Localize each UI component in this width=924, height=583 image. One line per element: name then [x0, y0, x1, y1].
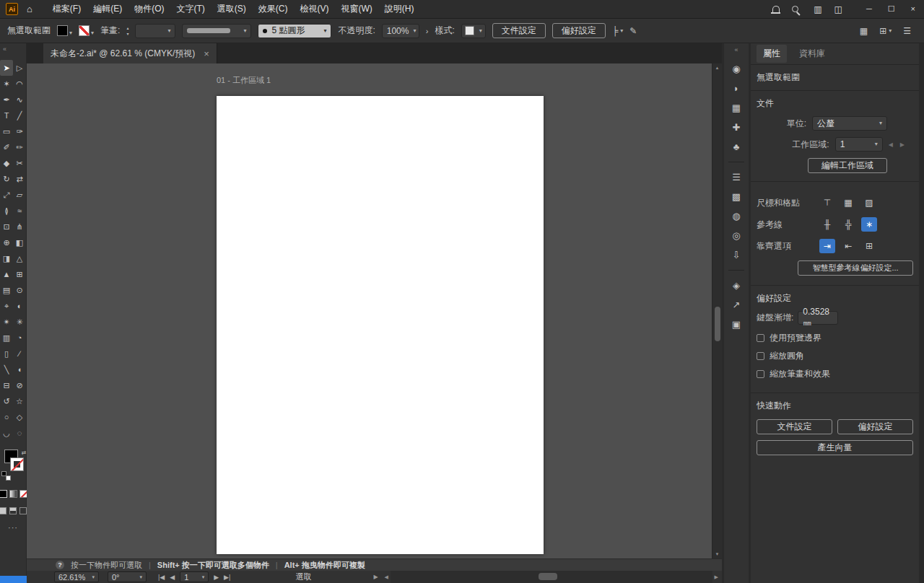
knife-tool[interactable]: ╲ [0, 361, 13, 377]
show-grid-icon[interactable]: ▦ [840, 196, 856, 210]
draw-normal-button[interactable] [0, 507, 6, 514]
snap-to-pixel-icon[interactable]: ⊞ [861, 239, 877, 253]
mesh-tool[interactable]: ⊞ [13, 266, 26, 282]
dock-collapse-icon[interactable]: « [734, 43, 738, 53]
puppet-warp-tool[interactable]: ⋔ [13, 219, 26, 234]
artboards-icon[interactable]: ▦ [727, 100, 746, 115]
gradient-button[interactable] [9, 490, 17, 498]
artboard[interactable] [217, 96, 544, 554]
edit-artboards-button[interactable]: 編輯工作區域 [808, 158, 887, 173]
lasso-tool[interactable]: ◠ [13, 76, 26, 92]
menubar-item-5[interactable]: 選取(S) [217, 3, 246, 15]
minimize-icon[interactable]: ─ [866, 4, 872, 14]
zoom-tool[interactable]: ⊘ [13, 377, 26, 393]
layout-icon[interactable]: ▥ [814, 4, 821, 14]
vertical-scrollbar[interactable]: ▲ ▼ [712, 63, 722, 558]
unit-dropdown[interactable]: 公釐 ▾ [812, 116, 887, 131]
brush-definition-dropdown[interactable]: 5 點圓形 ▾ [258, 24, 331, 38]
pie-graph-tool[interactable]: ◔ [13, 330, 26, 346]
status-expander-icon[interactable]: ▶ [373, 574, 378, 580]
tab-properties[interactable]: 屬性 [757, 45, 787, 63]
keyboard-increment-field[interactable]: 0.3528 ㎜ [798, 311, 838, 325]
lock-guides-icon[interactable]: ╬ [840, 217, 856, 232]
eraser-tool[interactable]: ◆ [0, 155, 13, 171]
asset-export-icon[interactable]: ⇩ [727, 247, 746, 263]
preference-checkbox-2[interactable]: 縮放圓角 [757, 350, 913, 362]
shaper-tool[interactable]: ✐ [0, 139, 13, 155]
show-rulers-icon[interactable]: ⊤ [819, 196, 835, 210]
width-tool[interactable]: ≬ [0, 203, 13, 219]
menubar-item-1[interactable]: 檔案(F) [53, 3, 81, 15]
menubar-item-8[interactable]: 視窗(W) [341, 3, 372, 15]
restore-icon[interactable]: ☐ [888, 4, 895, 14]
stroke-icon[interactable]: ☰ [727, 170, 746, 185]
generate-vectors-button[interactable]: 產生向量 [757, 440, 913, 455]
magic-wand-tool[interactable]: ✶ [0, 76, 13, 92]
menubar-item-3[interactable]: 物件(O) [134, 3, 164, 15]
free-transform-tool[interactable]: ⊡ [0, 219, 13, 234]
align-dropdown[interactable]: ╞ ▾ [612, 26, 624, 36]
gradient-tool[interactable]: ▤ [0, 282, 13, 298]
scroll-down-icon[interactable]: ▼ [712, 552, 722, 556]
draw-inside-button[interactable] [19, 507, 27, 514]
paintbrush-tool[interactable]: ✑ [13, 123, 26, 139]
snap-to-grid-icon[interactable]: ⇤ [840, 239, 856, 253]
horizontal-scrollbar-track[interactable] [391, 571, 712, 583]
artboard-dropdown[interactable]: 1 ▾ [835, 137, 883, 152]
smart-guides-preferences-button[interactable]: 智慧型參考線偏好設定... [798, 260, 913, 276]
quick-preferences-button[interactable]: 偏好設定 [837, 419, 913, 434]
color-wheel-icon[interactable]: ◉ [727, 61, 746, 76]
stepper-down-icon[interactable]: ▾ [126, 31, 128, 36]
previous-artboard-icon[interactable]: ◀ [170, 574, 175, 581]
stepper-up-icon[interactable]: ▴ [126, 25, 128, 30]
next-artboard-icon[interactable]: ▶ [900, 141, 905, 148]
eyedropper-tool[interactable]: ⊙ [13, 282, 26, 298]
line-segment-tool[interactable]: ╱ [13, 108, 26, 123]
warp-tool[interactable]: ≈ [13, 203, 26, 219]
show-guides-icon[interactable]: ╫ [819, 217, 835, 232]
none-button[interactable] [19, 490, 27, 498]
search-icon[interactable] [792, 6, 798, 12]
smart-guides-icon[interactable]: ∗ [861, 217, 877, 232]
swatches-icon[interactable]: ▩ [727, 189, 746, 204]
default-fill-stroke-icon[interactable] [1, 471, 10, 480]
artboard-tool[interactable]: ▯ [0, 346, 13, 361]
adjustments-icon[interactable]: ✚ [727, 120, 746, 135]
perspective-selection-tool[interactable]: ▲ [0, 266, 13, 282]
rotate-view-tool[interactable]: ↺ [0, 393, 13, 409]
menubar-item-9[interactable]: 說明(H) [385, 3, 414, 15]
preference-checkbox-3[interactable]: 縮放筆畫和效果 [757, 368, 913, 380]
transparency-grid-icon[interactable]: ▨ [861, 196, 877, 210]
scale-tool[interactable]: ⤢ [0, 187, 13, 203]
polygon-tool[interactable]: ◇ [13, 409, 26, 425]
next-artboard-icon[interactable]: ▶ [214, 574, 219, 581]
arc-tool[interactable]: ◡ [0, 425, 13, 441]
stroke-color-button[interactable] [10, 457, 24, 471]
panels-icon[interactable]: ◫ [834, 4, 842, 14]
menubar-item-4[interactable]: 文字(T) [177, 3, 205, 15]
draw-behind-button[interactable] [9, 507, 17, 514]
symbol-shifter-tool[interactable]: ✳ [13, 314, 26, 330]
slice-tool[interactable]: ∕ [13, 346, 26, 361]
help-icon[interactable]: ? [56, 561, 64, 569]
width-profile-dropdown[interactable]: ▾ [182, 24, 251, 38]
rotate-tool[interactable]: ↻ [0, 171, 13, 187]
panel-menu-icon[interactable]: ☰ [903, 26, 911, 36]
stroke-weight-stepper[interactable]: ▴ ▾ [126, 25, 128, 36]
shear-tool[interactable]: ▱ [13, 187, 26, 203]
direct-selection-tool[interactable]: ▷ [13, 60, 26, 76]
menubar-item-7[interactable]: 檢視(V) [300, 3, 329, 15]
swap-fill-stroke-icon[interactable]: ⇄ [22, 450, 27, 456]
layers-icon[interactable]: ◈ [727, 278, 746, 293]
spiral-tool[interactable]: ◌ [13, 425, 26, 441]
workspace-switcher[interactable]: ⊞ ▾ [879, 26, 892, 36]
home-icon[interactable]: ⌂ [27, 4, 32, 14]
scroll-right-icon[interactable]: ▶ [712, 574, 720, 580]
curvature-tool[interactable]: ∿ [13, 92, 26, 108]
live-paint-bucket-tool[interactable]: ◧ [13, 234, 26, 250]
pen-tool[interactable]: ✒ [0, 92, 13, 108]
first-artboard-icon[interactable]: |◀ [158, 574, 165, 581]
star-tool[interactable]: ☆ [13, 393, 26, 409]
blend-tool[interactable]: ◐ [13, 298, 26, 314]
close-icon[interactable]: × [911, 4, 915, 14]
